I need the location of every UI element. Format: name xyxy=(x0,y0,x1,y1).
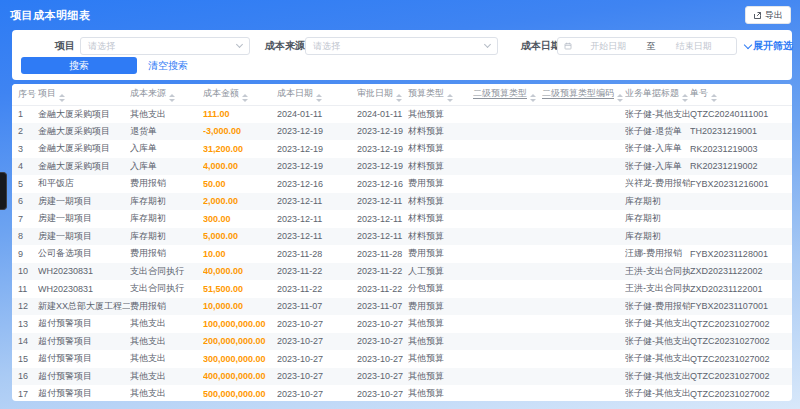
column-header-project[interactable]: 项目 xyxy=(38,84,130,105)
cell-cost_date: 2024-01-11 xyxy=(277,105,357,123)
column-header-doc_no[interactable]: 单号 xyxy=(690,84,792,105)
sort-icon xyxy=(59,94,65,102)
cell-doc_no: ZXD20231122002 xyxy=(690,263,792,281)
project-select[interactable]: 请选择 xyxy=(80,37,250,55)
cell-amount: 2,000.00 xyxy=(203,193,277,211)
cell-sub_budget_code xyxy=(542,105,625,123)
cell-budget_type: 费用预算 xyxy=(408,245,473,263)
cell-project: 新建XX总部大厦工程二期 xyxy=(38,298,130,316)
cell-doc_title: 张子健-其他支出 xyxy=(625,368,690,386)
cell-approval_date: 2023-11-22 xyxy=(357,263,408,281)
cell-source: 其他支出 xyxy=(130,350,203,368)
sort-icon xyxy=(682,94,688,102)
cell-approval_date: 2023-12-11 xyxy=(357,228,408,246)
cell-doc_no: QTZC20231027002 xyxy=(690,333,792,351)
cell-amount: 10,000.00 xyxy=(203,298,277,316)
cell-sub_budget_type xyxy=(473,245,542,263)
cell-approval_date: 2023-12-19 xyxy=(357,158,408,176)
cell-sub_budget_type xyxy=(473,140,542,158)
drawer-handle[interactable] xyxy=(0,172,7,210)
cell-amount: 100,000,000.00 xyxy=(203,315,277,333)
cell-approval_date: 2023-11-28 xyxy=(357,245,408,263)
cell-amount: 300,000,000.00 xyxy=(203,350,277,368)
cell-project: 超付预警项目 xyxy=(38,368,130,386)
cell-amount: 31,200.00 xyxy=(203,140,277,158)
cell-no: 12 xyxy=(12,298,38,316)
sort-icon xyxy=(396,94,402,102)
cell-budget_type: 材料预算 xyxy=(408,193,473,211)
column-header-doc_title[interactable]: 业务单据标题 xyxy=(625,84,690,105)
column-header-approval_date[interactable]: 审批日期 xyxy=(357,84,408,105)
cell-source: 入库单 xyxy=(130,158,203,176)
cell-no: 17 xyxy=(12,385,38,401)
cell-budget_type: 费用预算 xyxy=(408,298,473,316)
table-row: 2金融大厦采购项目退货单-3,000.002023-12-192023-12-1… xyxy=(12,123,792,141)
column-header-budget_type[interactable]: 预算类型 xyxy=(408,84,473,105)
calendar-icon xyxy=(564,42,572,50)
cell-project: 金融大厦采购项目 xyxy=(38,105,130,123)
export-label: 导出 xyxy=(765,9,783,22)
cell-doc_no: QTZC20240111001 xyxy=(690,105,792,123)
cell-doc_title: 库存期初 xyxy=(625,228,690,246)
export-button[interactable]: 导出 xyxy=(745,6,791,24)
cell-doc_no: QTZC20231027002 xyxy=(690,350,792,368)
cell-budget_type: 分包预算 xyxy=(408,280,473,298)
cell-sub_budget_code xyxy=(542,210,625,228)
table-row: 12新建XX总部大厦工程二期费用报销10,000.002023-11-07202… xyxy=(12,298,792,316)
cell-sub_budget_type xyxy=(473,385,542,401)
cell-budget_type: 材料预算 xyxy=(408,158,473,176)
expand-filters-link[interactable]: 展开筛选 xyxy=(745,39,793,53)
table-row: 9公司备选项目费用报销10.002023-11-282023-11-28费用预算… xyxy=(12,245,792,263)
cell-no: 13 xyxy=(12,315,38,333)
cell-no: 5 xyxy=(12,175,38,193)
cell-budget_type: 材料预算 xyxy=(408,228,473,246)
cell-amount: 500,000,000.00 xyxy=(203,385,277,401)
clear-search-link[interactable]: 清空搜索 xyxy=(148,57,188,74)
cost-date-range-input[interactable]: 开始日期 至 结束日期 xyxy=(557,37,737,55)
cell-sub_budget_code xyxy=(542,315,625,333)
cell-no: 2 xyxy=(12,123,38,141)
cell-source: 支出合同执行 xyxy=(130,263,203,281)
table-row: 4金融大厦采购项目入库单4,000.002023-12-192023-12-19… xyxy=(12,158,792,176)
cell-project: 金融大厦采购项目 xyxy=(38,158,130,176)
sort-icon xyxy=(530,94,536,102)
column-header-amount[interactable]: 成本金额 xyxy=(203,84,277,105)
cell-doc_no xyxy=(690,193,792,211)
cell-source: 其他支出 xyxy=(130,105,203,123)
cell-doc_title: 兴祥龙-费用报销 xyxy=(625,175,690,193)
table-row: 10WH20230831支出合同执行40,000.002023-11-22202… xyxy=(12,263,792,281)
search-button[interactable]: 搜索 xyxy=(21,57,137,74)
cell-no: 16 xyxy=(12,368,38,386)
filter-panel: 项目 请选择 成本来源 请选择 成本日期 开始日期 至 结束日期 展开筛选 搜索… xyxy=(12,30,792,80)
cell-cost_date: 2023-10-27 xyxy=(277,333,357,351)
table-row: 5和平饭店费用报销50.002023-12-162023-12-16费用预算兴祥… xyxy=(12,175,792,193)
column-header-sub_budget_type[interactable]: 二级预算类型 xyxy=(473,84,542,105)
cell-sub_budget_type xyxy=(473,263,542,281)
cell-no: 15 xyxy=(12,350,38,368)
cell-approval_date: 2023-11-22 xyxy=(357,280,408,298)
cell-sub_budget_code xyxy=(542,123,625,141)
cost-date-filter-label: 成本日期 xyxy=(521,37,561,55)
cell-approval_date: 2023-12-11 xyxy=(357,193,408,211)
cell-doc_title: 张子健-其他支出 xyxy=(625,105,690,123)
cell-sub_budget_type xyxy=(473,123,542,141)
sort-icon xyxy=(617,94,623,102)
cell-project: 公司备选项目 xyxy=(38,245,130,263)
cell-budget_type: 其他预算 xyxy=(408,368,473,386)
cell-sub_budget_type xyxy=(473,175,542,193)
cell-project: WH20230831 xyxy=(38,280,130,298)
column-header-source[interactable]: 成本来源 xyxy=(130,84,203,105)
table-panel: 序号项目成本来源成本金额成本日期审批日期预算类型二级预算类型二级预算类型编码业务… xyxy=(12,84,792,401)
cost-source-select-placeholder: 请选择 xyxy=(313,40,485,53)
cell-doc_no: ZXD20231122001 xyxy=(690,280,792,298)
cell-no: 7 xyxy=(12,210,38,228)
cell-source: 库存期初 xyxy=(130,210,203,228)
column-header-cost_date[interactable]: 成本日期 xyxy=(277,84,357,105)
cell-sub_budget_type xyxy=(473,368,542,386)
chevron-down-icon xyxy=(484,41,491,48)
cell-sub_budget_type xyxy=(473,158,542,176)
sort-icon xyxy=(316,94,322,102)
column-header-sub_budget_code[interactable]: 二级预算类型编码 xyxy=(542,84,625,105)
cost-source-select[interactable]: 请选择 xyxy=(305,37,498,55)
cell-project: 和平饭店 xyxy=(38,175,130,193)
